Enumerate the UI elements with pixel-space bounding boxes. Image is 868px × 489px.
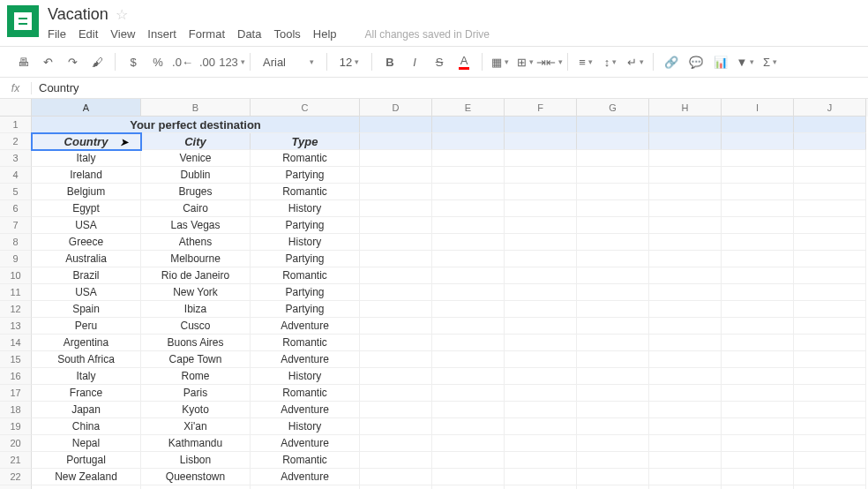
text-wrap-icon[interactable]: ↵▾ xyxy=(625,51,646,72)
cell[interactable] xyxy=(360,402,432,418)
cell[interactable] xyxy=(794,435,866,452)
cell[interactable] xyxy=(505,251,577,267)
cell[interactable] xyxy=(32,485,141,489)
cell[interactable] xyxy=(649,368,722,385)
cell[interactable] xyxy=(794,150,866,167)
cell[interactable]: Dublin xyxy=(141,167,251,184)
cell[interactable] xyxy=(722,284,794,301)
cell[interactable]: Adventure xyxy=(251,402,360,418)
borders-icon[interactable]: ⊞▾ xyxy=(514,51,535,72)
cell[interactable]: Kathmandu xyxy=(141,435,251,452)
cell[interactable] xyxy=(722,167,794,184)
menu-tools[interactable]: Tools xyxy=(273,27,300,41)
cell[interactable] xyxy=(794,368,866,385)
cell[interactable] xyxy=(649,184,722,200)
cell[interactable] xyxy=(794,117,866,133)
cell[interactable]: Japan xyxy=(32,402,141,418)
cell[interactable] xyxy=(505,117,577,133)
cell[interactable]: Romantic xyxy=(251,150,360,167)
cell[interactable] xyxy=(360,335,432,351)
cell[interactable] xyxy=(794,469,866,485)
cell[interactable]: History xyxy=(251,200,360,217)
text-color-icon[interactable]: A xyxy=(453,51,475,72)
cell[interactable]: Spain xyxy=(32,301,141,318)
cell[interactable] xyxy=(794,385,866,402)
cell[interactable] xyxy=(577,385,649,402)
cell[interactable] xyxy=(794,217,866,234)
cell[interactable] xyxy=(360,435,432,452)
cell[interactable] xyxy=(649,251,722,267)
row-header[interactable]: 14 xyxy=(0,335,32,351)
cell[interactable] xyxy=(577,167,649,184)
cell[interactable] xyxy=(505,150,577,167)
row-header[interactable]: 10 xyxy=(0,267,32,284)
cell[interactable] xyxy=(505,485,577,489)
cell[interactable] xyxy=(722,435,794,452)
cell[interactable]: Venice xyxy=(141,150,251,167)
spreadsheet-grid[interactable]: ABCDEFGHIJ 1Your perfect destination2Cou… xyxy=(0,99,868,489)
cell[interactable]: Athens xyxy=(141,234,251,251)
cell[interactable]: Peru xyxy=(32,318,141,335)
row-header[interactable]: 11 xyxy=(0,284,32,301)
cell[interactable] xyxy=(794,234,866,251)
cell[interactable]: Xi'an xyxy=(141,418,251,435)
decimal-decrease-icon[interactable]: .0← xyxy=(172,51,193,72)
menu-view[interactable]: View xyxy=(110,27,135,41)
cell[interactable] xyxy=(794,200,866,217)
cell[interactable] xyxy=(432,452,505,469)
cell[interactable]: Melbourne xyxy=(141,251,251,267)
cell[interactable]: Brazil xyxy=(32,267,141,284)
cell[interactable]: Partying xyxy=(251,167,360,184)
cell[interactable] xyxy=(794,267,866,284)
cell[interactable] xyxy=(649,167,722,184)
undo-icon[interactable]: ↶ xyxy=(37,51,58,72)
cell[interactable] xyxy=(649,217,722,234)
menu-data[interactable]: Data xyxy=(237,27,261,41)
cell[interactable] xyxy=(505,368,577,385)
cell[interactable] xyxy=(722,133,794,150)
cell[interactable] xyxy=(432,351,505,368)
cell[interactable] xyxy=(432,469,505,485)
cell[interactable] xyxy=(794,133,866,150)
italic-icon[interactable]: I xyxy=(404,51,425,72)
cell[interactable] xyxy=(794,167,866,184)
cell[interactable] xyxy=(505,402,577,418)
row-header[interactable]: 8 xyxy=(0,234,32,251)
row-header[interactable]: 21 xyxy=(0,452,32,469)
cell[interactable] xyxy=(722,251,794,267)
cell[interactable]: Cape Town xyxy=(141,351,251,368)
row-header[interactable]: 2 xyxy=(0,133,32,150)
cell[interactable] xyxy=(649,351,722,368)
cell[interactable] xyxy=(432,402,505,418)
cell[interactable]: New Zealand xyxy=(32,469,141,485)
cell[interactable] xyxy=(141,485,251,489)
cell[interactable]: Paris xyxy=(141,385,251,402)
cell[interactable]: Belgium xyxy=(32,184,141,200)
cell[interactable] xyxy=(649,452,722,469)
cell[interactable] xyxy=(505,267,577,284)
menu-edit[interactable]: Edit xyxy=(79,27,98,41)
column-header-F[interactable]: F xyxy=(505,99,577,117)
cell[interactable]: New York xyxy=(141,284,251,301)
cell[interactable] xyxy=(360,133,432,150)
cell[interactable] xyxy=(432,485,505,489)
cell[interactable]: Adventure xyxy=(251,435,360,452)
cell[interactable] xyxy=(794,335,866,351)
cell[interactable] xyxy=(577,234,649,251)
row-header[interactable]: 9 xyxy=(0,251,32,267)
cell[interactable] xyxy=(505,301,577,318)
column-header-E[interactable]: E xyxy=(432,99,505,117)
row-header[interactable]: 3 xyxy=(0,150,32,167)
cell[interactable] xyxy=(722,217,794,234)
cell[interactable] xyxy=(505,452,577,469)
row-header[interactable]: 4 xyxy=(0,167,32,184)
cell[interactable]: History xyxy=(251,418,360,435)
v-align-icon[interactable]: ↕▾ xyxy=(600,51,621,72)
cell[interactable]: USA xyxy=(32,284,141,301)
row-header[interactable]: 15 xyxy=(0,351,32,368)
cell[interactable] xyxy=(505,234,577,251)
cell[interactable] xyxy=(432,284,505,301)
cell[interactable] xyxy=(577,469,649,485)
cell[interactable] xyxy=(505,385,577,402)
cell[interactable] xyxy=(505,351,577,368)
